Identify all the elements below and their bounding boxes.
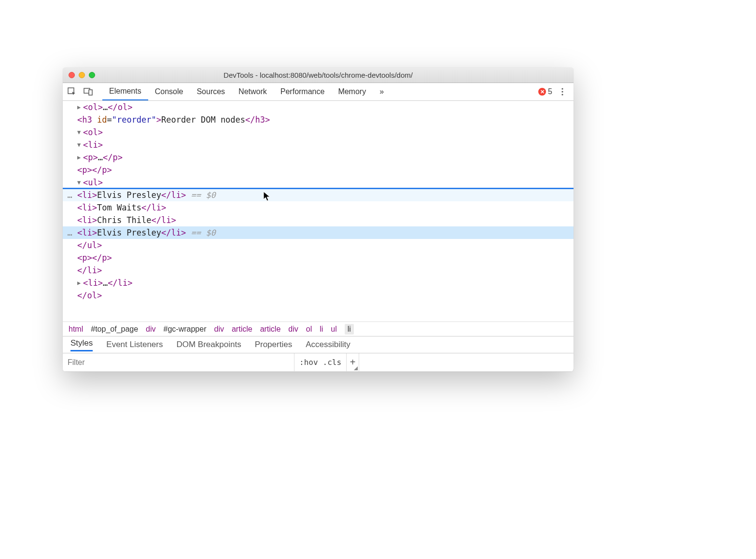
tab-elements[interactable]: Elements [102,83,148,100]
collapse-arrow-icon[interactable] [77,176,83,189]
crumb-html[interactable]: html [69,325,83,334]
tree-row[interactable]: <li>…</li> [63,277,574,289]
inspect-element-icon[interactable] [67,86,77,97]
crumb-article[interactable]: article [260,325,281,334]
error-icon: ✕ [538,88,546,96]
styles-toolbar: :hov .cls + [63,353,574,372]
collapse-arrow-icon[interactable] [77,126,83,139]
styles-controls: :hov .cls [294,353,347,371]
tab-memory[interactable]: Memory [331,83,373,100]
elements-tree[interactable]: <ol>…</ol> <h3 id="reorder">Reorder DOM … [63,101,574,321]
tree-row[interactable]: <li>Tom Waits</li> [63,201,574,214]
main-toolbar: Elements Console Sources Network Perform… [63,83,574,101]
tab-network[interactable]: Network [232,83,274,100]
tabs-overflow[interactable]: » [373,83,391,100]
styles-filter-input[interactable] [63,353,294,371]
tree-row[interactable]: </ol> [63,289,574,302]
devtools-window: DevTools - localhost:8080/web/tools/chro… [63,68,574,372]
tab-sources[interactable]: Sources [190,83,232,100]
cursor-icon [263,191,271,202]
crumb-li[interactable]: li [320,325,323,334]
expand-arrow-icon[interactable] [77,277,83,289]
styles-subtabs: Styles Event Listeners DOM Breakpoints P… [63,336,574,353]
tab-console[interactable]: Console [148,83,190,100]
svg-point-5 [561,94,563,95]
traffic-lights [63,72,95,78]
tree-row[interactable]: <p></p> [63,252,574,264]
styles-content [359,353,574,371]
crumb-li-selected[interactable]: li [345,324,354,335]
svg-point-3 [561,88,563,89]
expand-arrow-icon[interactable] [77,151,83,164]
error-count-badge[interactable]: ✕ 5 [538,87,552,96]
breadcrumb: html #top_of_page div #gc-wrapper div ar… [63,321,574,336]
crumb-top-of-page[interactable]: #top_of_page [91,325,138,334]
tab-performance[interactable]: Performance [274,83,332,100]
tree-row[interactable]: </ul> [63,239,574,252]
crumb-gc-wrapper[interactable]: #gc-wrapper [164,325,207,334]
close-icon[interactable] [69,72,75,78]
minimize-icon[interactable] [79,72,85,78]
tree-row[interactable]: <li> [63,139,574,151]
panel-tabs: Elements Console Sources Network Perform… [98,83,391,100]
crumb-article[interactable]: article [232,325,252,334]
overflow-gutter-icon[interactable]: … [67,228,72,238]
subtab-dom-breakpoints[interactable]: DOM Breakpoints [176,340,241,349]
collapse-arrow-icon[interactable] [77,139,83,151]
crumb-div[interactable]: div [214,325,224,334]
crumb-div[interactable]: div [288,325,298,334]
subtab-accessibility[interactable]: Accessibility [306,340,350,349]
toolbar-left [63,86,98,97]
tree-row[interactable]: <h3 id="reorder">Reorder DOM nodes</h3> [63,113,574,126]
window-title: DevTools - localhost:8080/web/tools/chro… [63,71,574,79]
svg-point-4 [561,91,563,92]
fullscreen-icon[interactable] [89,72,95,78]
toggle-hov-button[interactable]: :hov [299,358,318,367]
new-style-rule-button[interactable]: + [347,353,359,371]
tree-row[interactable]: <p></p> [63,164,574,176]
tree-row-selected[interactable]: … <li>Elvis Presley</li> == $0 [63,226,574,239]
tree-row[interactable]: </li> [63,264,574,277]
subtab-event-listeners[interactable]: Event Listeners [106,340,163,349]
tree-row-dragging[interactable]: … <li>Elvis Presley</li> == $0 [63,189,574,201]
toggle-cls-button[interactable]: .cls [323,358,342,367]
tree-row[interactable]: <ol> [63,126,574,139]
error-count: 5 [548,87,552,96]
titlebar: DevTools - localhost:8080/web/tools/chro… [63,68,574,83]
crumb-div[interactable]: div [146,325,155,334]
crumb-ol[interactable]: ol [306,325,312,334]
svg-rect-2 [89,90,92,95]
subtab-styles[interactable]: Styles [70,338,93,351]
toolbar-right: ✕ 5 [538,86,574,97]
plus-icon: + [350,357,356,368]
subtab-properties[interactable]: Properties [255,340,292,349]
device-toggle-icon[interactable] [83,86,94,97]
tree-row[interactable]: <ol>…</ol> [63,101,574,113]
crumb-ul[interactable]: ul [331,325,336,334]
tree-row[interactable]: <ul> [63,176,574,189]
overflow-gutter-icon[interactable]: … [67,190,72,200]
tree-row[interactable]: <li>Chris Thile</li> [63,214,574,226]
kebab-menu-icon[interactable] [557,86,568,97]
expand-arrow-icon[interactable] [77,101,83,113]
tree-row[interactable]: <p>…</p> [63,151,574,164]
